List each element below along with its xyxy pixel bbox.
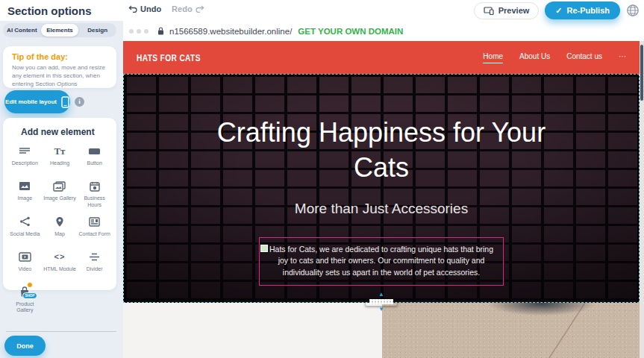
element-label: Divider — [87, 266, 103, 273]
element-item-divider[interactable]: Divider — [77, 251, 112, 279]
nav-item-home[interactable]: Home — [483, 52, 503, 63]
site-nav: Home About Us Contact us ··· — [483, 52, 626, 63]
element-item-button[interactable]: Button — [77, 145, 112, 173]
redo-label: Redo — [172, 4, 193, 13]
browser-dot — [129, 29, 134, 34]
resize-up-arrow-icon: ▲ — [378, 292, 384, 297]
element-item-business-hours[interactable]: Business Hours — [77, 180, 112, 209]
tab-ai-content[interactable]: AI Content — [3, 24, 41, 37]
element-label: Image — [18, 195, 32, 202]
element-label: Button — [87, 160, 102, 167]
done-button[interactable]: Done — [4, 336, 46, 356]
tip-body: Now you can add, move and resize any ele… — [12, 64, 107, 88]
site-url: n1566589.websitebuilder.online/ — [169, 27, 292, 36]
contact-form-icon — [89, 217, 100, 227]
hero-subheading[interactable]: More than Just Accessories — [124, 201, 639, 217]
social-media-icon — [19, 216, 31, 227]
image-gallery-icon — [53, 181, 66, 192]
hero-paragraph-text: Hats for Cats, we are dedicated to craft… — [269, 245, 493, 277]
undo-icon — [128, 5, 137, 13]
business-hours-icon — [90, 181, 100, 192]
tip-of-the-day-card: Tip of the day: Now you can add, move an… — [3, 46, 116, 88]
undo-button[interactable]: Undo — [128, 4, 161, 13]
info-icon[interactable]: i — [75, 97, 84, 107]
element-label: Map — [54, 231, 65, 238]
browser-dot — [137, 29, 141, 34]
hero-section[interactable]: Crafting Happiness for Your Cats More th… — [123, 74, 640, 303]
topbar-actions: Preview ✓ Re-Publish — [474, 1, 640, 19]
element-item-video[interactable]: Video — [7, 251, 43, 279]
redo-icon — [196, 5, 204, 13]
element-label: Business Hours — [78, 195, 111, 209]
add-panel-title: Add new element — [21, 127, 112, 137]
element-label: Image Gallery — [43, 195, 76, 202]
map-icon — [55, 216, 64, 227]
element-label: Contact Form — [78, 231, 110, 238]
cat-photo — [382, 303, 640, 358]
section-resize-control: ▲ ▼ — [361, 292, 401, 314]
edit-mobile-layout-label: Edit mobile layout — [5, 98, 57, 105]
heading-icon: Tт — [54, 145, 65, 157]
element-item-map[interactable]: Map — [43, 216, 78, 244]
element-resize-handle[interactable] — [260, 245, 268, 252]
nav-item-contact-us[interactable]: Contact us — [566, 52, 602, 63]
preview-scrollbar[interactable] — [640, 41, 644, 358]
html-module-icon: <> — [54, 252, 66, 261]
devices-icon — [484, 7, 494, 15]
browser-dots — [129, 29, 149, 34]
scrollbar-thumb[interactable] — [640, 45, 643, 101]
element-item-social-media[interactable]: Social Media — [7, 216, 43, 244]
video-icon — [19, 252, 31, 262]
button-icon — [88, 147, 101, 156]
hero-paragraph-element[interactable]: Hats for Cats, we are dedicated to craft… — [259, 237, 504, 286]
shop-badge: SHOP — [22, 292, 38, 299]
element-label: Social Media — [10, 231, 40, 238]
element-grid: Description Tт Heading Button Image Imag… — [7, 145, 112, 314]
hero-heading[interactable]: Crafting Happiness for Your Cats — [195, 116, 568, 186]
editor-topbar: Section options Undo Redo Preview ✓ Re-P… — [0, 0, 644, 21]
site-preview: HATS FOR CATS Home About Us Contact us ·… — [123, 41, 640, 358]
element-item-html-module[interactable]: <> HTML Module — [43, 251, 78, 279]
element-item-product-gallery[interactable]: SHOP Product Gallery — [7, 286, 43, 315]
element-item-image-gallery[interactable]: Image Gallery — [43, 180, 78, 209]
undo-label: Undo — [140, 4, 161, 13]
element-item-description[interactable]: Description — [7, 145, 43, 173]
element-item-heading[interactable]: Tт Heading — [43, 145, 78, 173]
preview-label: Preview — [498, 6, 530, 15]
site-header: HATS FOR CATS Home About Us Contact us ·… — [123, 41, 640, 74]
republish-label: Re-Publish — [567, 6, 610, 15]
preview-button[interactable]: Preview — [474, 2, 540, 19]
tip-title: Tip of the day: — [12, 52, 107, 61]
image-icon — [19, 181, 31, 191]
republish-button[interactable]: ✓ Re-Publish — [545, 1, 620, 19]
element-label: HTML Module — [43, 266, 76, 273]
element-item-contact-form[interactable]: Contact Form — [77, 216, 112, 244]
tab-elements[interactable]: Elements — [41, 24, 79, 37]
sidebar-tabs: AI Content Elements Design — [3, 23, 116, 37]
divider-icon — [89, 253, 100, 261]
tab-design[interactable]: Design — [78, 24, 116, 37]
element-label: Description — [12, 160, 38, 167]
description-icon — [19, 147, 31, 156]
browser-dot — [144, 29, 149, 34]
undo-redo-group: Undo Redo — [128, 4, 204, 13]
sidebar-divider — [6, 331, 116, 332]
check-icon: ✓ — [555, 6, 562, 16]
new-badge-dot — [27, 282, 33, 288]
nav-item-about-us[interactable]: About Us — [519, 52, 550, 63]
edit-mobile-layout-button[interactable]: Edit mobile layout — [4, 90, 70, 113]
smartphone-icon — [61, 96, 69, 108]
page-title: Section options — [7, 4, 92, 17]
element-label: Product Gallery — [8, 301, 41, 315]
redo-button[interactable]: Redo — [172, 4, 204, 13]
element-label: Video — [18, 266, 31, 273]
add-new-element-panel: Add new element Description Tт Heading B… — [3, 118, 116, 290]
browser-url-bar: n1566589.websitebuilder.online/ GET YOUR… — [123, 21, 644, 41]
get-your-own-domain-link[interactable]: GET YOUR OWN DOMAIN — [298, 27, 403, 36]
resize-down-arrow-icon: ▼ — [378, 307, 384, 312]
globe-icon[interactable] — [626, 4, 640, 17]
nav-more-menu[interactable]: ··· — [619, 52, 626, 63]
lock-icon — [157, 27, 164, 35]
site-logo[interactable]: HATS FOR CATS — [137, 52, 201, 63]
element-item-image[interactable]: Image — [7, 180, 43, 209]
